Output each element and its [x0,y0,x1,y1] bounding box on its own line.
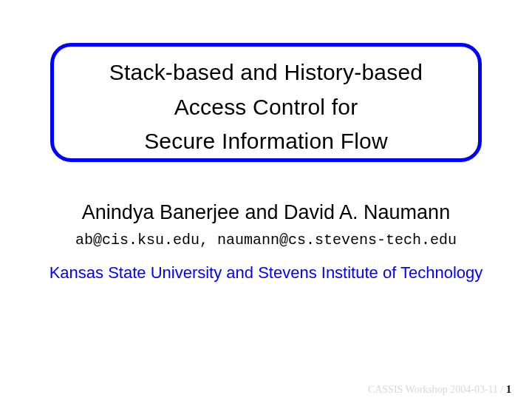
footer-page: 1 [506,384,511,395]
title-line-3: Secure Information Flow [54,124,478,159]
title-line-1: Stack-based and History-based [54,55,478,90]
footer: CASSIS Workshop 2004-03-11 / 1 [368,384,511,396]
slide: Stack-based and History-based Access Con… [0,0,532,412]
authors: Anindya Banerjee and David A. Naumann [0,201,532,224]
title-box: Stack-based and History-based Access Con… [50,43,482,162]
emails: ab@cis.ksu.edu, naumann@cs.stevens-tech.… [0,232,532,249]
title-line-2: Access Control for [54,90,478,125]
affiliation: Kansas State University and Stevens Inst… [0,263,532,283]
footer-venue: CASSIS Workshop 2004-03-11 / [368,384,506,395]
